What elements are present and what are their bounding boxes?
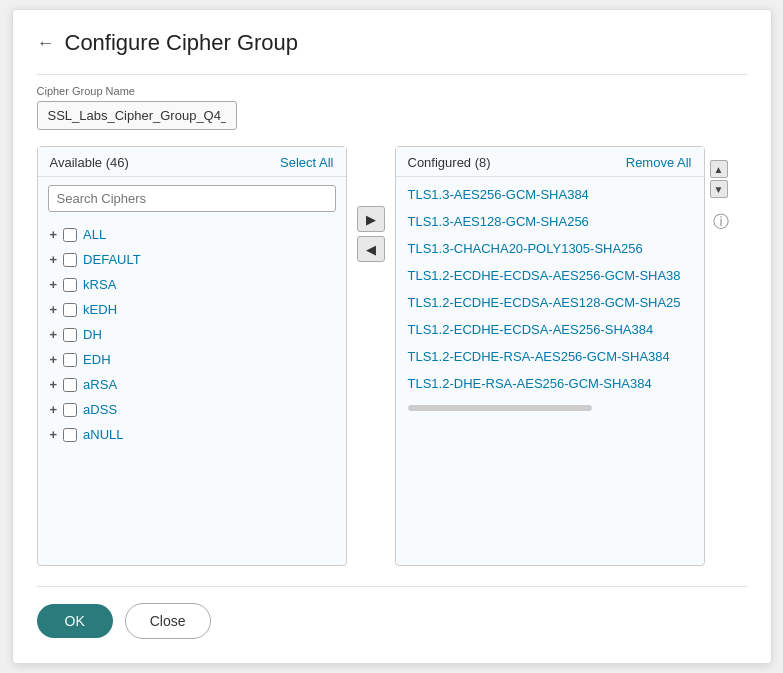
search-box-wrap (38, 177, 346, 218)
available-panel-title: Available (46) (50, 155, 129, 170)
list-item[interactable]: TLS1.2-ECDHE-ECDSA-AES256-SHA384 (396, 316, 704, 343)
configure-cipher-group-modal: ← Configure Cipher Group Cipher Group Na… (12, 9, 772, 664)
right-panel-wrap: Configured (8) Remove All TLS1.3-AES256-… (395, 146, 729, 566)
cipher-checkbox[interactable] (63, 253, 77, 267)
ok-button[interactable]: OK (37, 604, 113, 638)
cipher-label: DEFAULT (83, 252, 141, 267)
expand-icon: + (50, 427, 58, 442)
cipher-checkbox[interactable] (63, 378, 77, 392)
scroll-down-button[interactable]: ▼ (710, 180, 728, 198)
cipher-label: DH (83, 327, 102, 342)
cipher-checkbox[interactable] (63, 328, 77, 342)
list-item[interactable]: TLS1.3-AES256-GCM-SHA384 (396, 181, 704, 208)
expand-icon: + (50, 377, 58, 392)
cipher-checkbox[interactable] (63, 403, 77, 417)
cipher-label: kRSA (83, 277, 116, 292)
cipher-checkbox[interactable] (63, 278, 77, 292)
panels-row: Available (46) Select All + ALL+ DEFAULT… (37, 146, 747, 566)
scroll-arrows: ▲ ▼ (710, 160, 728, 198)
scroll-up-button[interactable]: ▲ (710, 160, 728, 178)
available-panel: Available (46) Select All + ALL+ DEFAULT… (37, 146, 347, 566)
scrollbar-hint (408, 405, 593, 411)
cipher-label: aDSS (83, 402, 117, 417)
list-item[interactable]: TLS1.2-ECDHE-ECDSA-AES128-GCM-SHA25 (396, 289, 704, 316)
available-cipher-list: + ALL+ DEFAULT+ kRSA+ kEDH+ DH+ EDH+ aRS… (38, 218, 346, 451)
list-item[interactable]: + DH (38, 322, 346, 347)
info-icon[interactable]: ⓘ (713, 212, 729, 233)
list-item[interactable]: TLS1.2-DHE-RSA-AES256-GCM-SHA384 (396, 370, 704, 397)
list-item[interactable]: TLS1.2-ECDHE-RSA-AES256-GCM-SHA384 (396, 343, 704, 370)
list-item[interactable]: + EDH (38, 347, 346, 372)
list-item[interactable]: + aRSA (38, 372, 346, 397)
list-item[interactable]: TLS1.3-AES128-GCM-SHA256 (396, 208, 704, 235)
cipher-group-input[interactable] (37, 101, 237, 130)
cipher-checkbox[interactable] (63, 303, 77, 317)
list-item[interactable]: + aDSS (38, 397, 346, 422)
cipher-checkbox[interactable] (63, 228, 77, 242)
cipher-checkbox[interactable] (63, 353, 77, 367)
list-item[interactable]: + aNULL (38, 422, 346, 447)
footer: OK Close (37, 586, 747, 639)
configured-panel-header: Configured (8) Remove All (396, 147, 704, 177)
expand-icon: + (50, 227, 58, 242)
expand-icon: + (50, 327, 58, 342)
expand-icon: + (50, 352, 58, 367)
add-button[interactable]: ▶ (357, 206, 385, 232)
expand-icon: + (50, 277, 58, 292)
expand-icon: + (50, 252, 58, 267)
cipher-label: EDH (83, 352, 110, 367)
cipher-checkbox[interactable] (63, 428, 77, 442)
cipher-label: ALL (83, 227, 106, 242)
configured-panel-title: Configured (8) (408, 155, 491, 170)
list-item[interactable]: + ALL (38, 222, 346, 247)
modal-header: ← Configure Cipher Group (37, 30, 747, 56)
available-panel-header: Available (46) Select All (38, 147, 346, 177)
page-title: Configure Cipher Group (65, 30, 299, 56)
configured-panel: Configured (8) Remove All TLS1.3-AES256-… (395, 146, 705, 566)
list-item[interactable]: + kRSA (38, 272, 346, 297)
search-input[interactable] (48, 185, 336, 212)
close-button[interactable]: Close (125, 603, 211, 639)
list-item[interactable]: + DEFAULT (38, 247, 346, 272)
cipher-label: kEDH (83, 302, 117, 317)
select-all-link[interactable]: Select All (280, 155, 333, 170)
list-item[interactable]: TLS1.2-ECDHE-ECDSA-AES256-GCM-SHA38 (396, 262, 704, 289)
list-item[interactable]: TLS1.3-CHACHA20-POLY1305-SHA256 (396, 235, 704, 262)
header-divider (37, 74, 747, 75)
expand-icon: + (50, 302, 58, 317)
cipher-label: aRSA (83, 377, 117, 392)
list-item[interactable]: + kEDH (38, 297, 346, 322)
expand-icon: + (50, 402, 58, 417)
back-icon[interactable]: ← (37, 33, 55, 54)
configured-cipher-list: TLS1.3-AES256-GCM-SHA384TLS1.3-AES128-GC… (396, 177, 704, 401)
remove-all-link[interactable]: Remove All (626, 155, 692, 170)
cipher-label: aNULL (83, 427, 123, 442)
remove-button[interactable]: ◀ (357, 236, 385, 262)
transfer-buttons: ▶ ◀ (353, 206, 389, 262)
cipher-group-label: Cipher Group Name (37, 85, 747, 97)
cipher-group-field: Cipher Group Name (37, 85, 747, 130)
